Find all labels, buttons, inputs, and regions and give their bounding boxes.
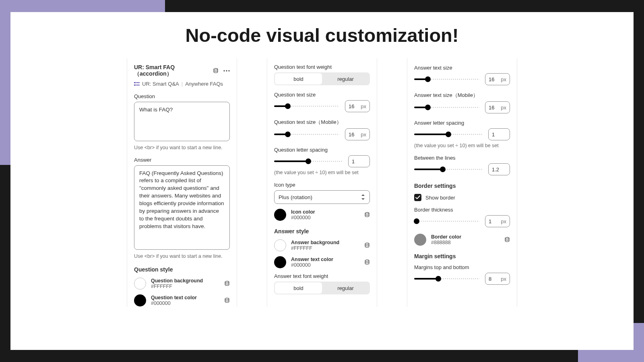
- lines-slider[interactable]: [414, 169, 483, 170]
- breadcrumb-sep: |: [182, 81, 183, 87]
- answer-input[interactable]: [134, 165, 230, 250]
- icon-color-swatch[interactable]: [274, 209, 286, 221]
- unit-px: px: [361, 103, 366, 109]
- q-size-slider[interactable]: [274, 105, 339, 107]
- question-text-hex: #000000: [151, 300, 219, 306]
- dynamic-source-icon[interactable]: [224, 281, 230, 286]
- form-icon: [134, 82, 140, 86]
- margins-slider[interactable]: [414, 278, 479, 280]
- question-bg-swatch[interactable]: [134, 278, 146, 290]
- block-title: UR: Smart FAQ（accordion）: [134, 64, 213, 78]
- answer-text-swatch[interactable]: [274, 256, 286, 268]
- a-letter-label: Answer letter spacing: [414, 120, 510, 126]
- border-settings-heading: Border settings: [414, 183, 510, 189]
- lines-input[interactable]: 1.2: [488, 163, 510, 175]
- border-color-swatch[interactable]: [414, 234, 426, 246]
- margins-input[interactable]: 8 px: [485, 273, 510, 285]
- a-size-mobile-input[interactable]: 16 px: [485, 101, 510, 113]
- panel-faq-block: UR: Smart FAQ（accordion） UR: Smart Q&A |…: [127, 58, 237, 307]
- q-letter-slider[interactable]: [274, 160, 343, 162]
- dynamic-source-icon[interactable]: [364, 243, 370, 248]
- answer-bg-swatch[interactable]: [274, 239, 286, 251]
- q-weight-regular[interactable]: regular: [322, 73, 369, 84]
- dynamic-source-icon[interactable]: [213, 68, 219, 74]
- q-size-value: 16: [349, 103, 354, 109]
- a-letter-input[interactable]: 1: [488, 128, 510, 140]
- a-size-input[interactable]: 16 px: [485, 73, 510, 85]
- svg-point-0: [214, 68, 218, 70]
- more-icon[interactable]: [223, 70, 230, 72]
- breadcrumb: UR: Smart Q&A | Anywhere FAQs: [134, 81, 230, 87]
- svg-point-13: [505, 237, 509, 239]
- icon-color-row[interactable]: Icon color #000000: [274, 209, 370, 221]
- answer-label: Answer: [134, 157, 230, 163]
- a-size-mobile-value: 16: [489, 105, 494, 111]
- dynamic-source-icon[interactable]: [504, 237, 510, 243]
- main-card: No-code visual customization! UR: Smart …: [10, 12, 634, 350]
- show-border-checkbox[interactable]: [414, 194, 421, 201]
- a-size-mobile-slider[interactable]: [414, 107, 479, 108]
- dynamic-source-icon[interactable]: [224, 298, 230, 303]
- question-bg-color-row[interactable]: Question background #FFFFFF: [134, 278, 230, 290]
- breadcrumb-app[interactable]: UR: Smart Q&A: [142, 81, 179, 87]
- a-size-value: 16: [489, 76, 494, 82]
- panels-container: UR: Smart FAQ（accordion） UR: Smart Q&A |…: [10, 58, 634, 307]
- q-letter-input[interactable]: 1: [348, 155, 370, 167]
- svg-rect-4: [134, 82, 136, 83]
- q-font-weight-label: Question text font weight: [274, 64, 370, 70]
- q-size-input[interactable]: 16 px: [345, 100, 370, 112]
- svg-point-2: [226, 70, 227, 71]
- answer-bg-row[interactable]: Answer background #FFFFFF: [274, 239, 370, 251]
- panel-question-answer-style: Question text font weight bold regular Q…: [267, 58, 377, 307]
- q-letter-hint: (the value you set ÷ 10) em will be set: [274, 170, 370, 175]
- question-text-swatch[interactable]: [134, 294, 146, 306]
- answer-text-row[interactable]: Answer text color #000000: [274, 256, 370, 268]
- border-thickness-label: Border thickness: [414, 207, 510, 213]
- q-size-mobile-value: 16: [349, 132, 354, 138]
- margins-label: Margins top and bottom: [414, 264, 510, 270]
- unit-px: px: [501, 105, 506, 111]
- icon-color-hex: #000000: [291, 215, 359, 220]
- svg-rect-5: [136, 82, 140, 83]
- svg-point-11: [365, 243, 369, 245]
- a-weight-bold[interactable]: bold: [275, 282, 322, 294]
- a-size-label: Answer text size: [414, 65, 510, 71]
- dynamic-source-icon[interactable]: [364, 212, 370, 218]
- panel-answer-border-margin: Answer text size 16 px Answer text size（…: [407, 58, 517, 307]
- lines-label: Between the lines: [414, 155, 510, 161]
- border-color-row[interactable]: Border color #888888: [414, 234, 510, 246]
- question-style-heading: Question style: [134, 266, 230, 273]
- q-size-mobile-input[interactable]: 16 px: [345, 128, 370, 140]
- question-text-color-row[interactable]: Question text color #000000: [134, 294, 230, 306]
- icon-type-value: Plus (rotation): [279, 194, 312, 200]
- question-label: Question: [134, 93, 230, 99]
- answer-text-hex: #000000: [291, 262, 359, 268]
- a-letter-slider[interactable]: [414, 134, 483, 135]
- a-weight-regular[interactable]: regular: [322, 282, 369, 294]
- unit-px: px: [361, 132, 366, 138]
- icon-type-select[interactable]: Plus (rotation): [274, 190, 370, 204]
- question-input[interactable]: [134, 102, 230, 141]
- answer-hint: Use <br> if you want to start a new line…: [134, 253, 230, 259]
- unit-px: px: [501, 76, 506, 82]
- show-border-checkbox-row[interactable]: Show border: [414, 194, 510, 201]
- svg-point-10: [365, 212, 369, 214]
- q-size-mobile-slider[interactable]: [274, 134, 339, 135]
- svg-point-9: [225, 298, 229, 300]
- border-color-label: Border color: [431, 234, 500, 240]
- dynamic-source-icon[interactable]: [364, 259, 370, 265]
- answer-bg-label: Answer background: [291, 240, 359, 245]
- svg-rect-6: [134, 84, 136, 86]
- a-size-slider[interactable]: [414, 78, 479, 80]
- breadcrumb-section[interactable]: Anywhere FAQs: [185, 81, 223, 87]
- question-bg-label: Question background: [151, 278, 219, 284]
- border-thickness-value: 1: [489, 218, 491, 224]
- margin-settings-heading: Margin settings: [414, 253, 510, 259]
- border-thickness-slider[interactable]: [414, 220, 479, 222]
- q-letter-value: 1: [352, 158, 355, 165]
- q-weight-bold[interactable]: bold: [275, 73, 322, 84]
- a-font-weight-toggle[interactable]: bold regular: [274, 282, 370, 294]
- q-font-weight-toggle[interactable]: bold regular: [274, 72, 370, 85]
- border-thickness-input[interactable]: 1 px: [485, 215, 510, 227]
- question-hint: Use <br> if you want to start a new line…: [134, 145, 230, 150]
